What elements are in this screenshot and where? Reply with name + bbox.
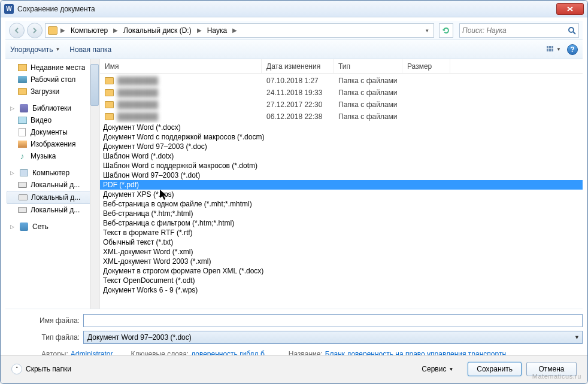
filetype-dropdown-list[interactable]: Документ Word (*.docx)Документ Word с по… [100,123,583,309]
filetype-option[interactable]: Документ XPS (*.xps) [100,190,583,199]
filetype-option[interactable]: Документ Word (*.docx) [100,123,583,132]
new-folder-button[interactable]: Новая папка [69,45,111,54]
sidebar-item-local-drive-selected[interactable]: Локальный д... [7,191,98,204]
table-row[interactable]: ████████ 06.12.2018 22:38 Папка с файлам… [100,111,583,123]
nav-back-button[interactable] [9,23,25,38]
expand-icon: ▷ [10,170,16,176]
music-icon: ♪ [17,152,27,160]
view-mode-button[interactable]: ▼ [547,46,561,53]
sidebar-scrollbar[interactable] [90,59,99,309]
sidebar-item-computer[interactable]: ▷Компьютер [7,167,98,179]
chevron-up-icon: ˄ [11,364,22,374]
sidebar-item-documents[interactable]: Документы [7,126,98,138]
sidebar-item-images[interactable]: Изображения [7,138,98,150]
breadcrumb-sep: ▶ [59,27,67,33]
col-type[interactable]: Тип [334,59,402,73]
filetype-option[interactable]: XML-документ Word (*.xml) [100,247,583,257]
sidebar-item-music[interactable]: ♪Музыка [7,150,98,162]
filetype-option[interactable]: XML-документ Word 2003 (*.xml) [100,257,583,266]
chevron-down-icon: ▼ [55,47,60,52]
filetype-combobox[interactable]: Документ Word 97–2003 (*.doc) ▼ [83,331,583,344]
nav-sidebar: Недавние места Рабочий стол Загрузки ▷Би… [5,59,100,309]
chevron-down-icon: ▼ [574,334,580,340]
arrow-right-icon [31,26,39,35]
filetype-option[interactable]: Шаблон Word 97–2003 (*.dot) [100,170,583,180]
filetype-option[interactable]: Веб-страница (*.htm;*.html) [100,209,583,218]
close-button[interactable] [556,3,584,15]
toolbar: Упорядочить ▼ Новая папка ▼ ? [5,40,583,59]
sidebar-item-libraries[interactable]: ▷Библиотеки [7,102,98,114]
filetype-option[interactable]: PDF (*.pdf) [100,180,583,190]
search-icon [568,26,576,35]
column-headers: Имя Дата изменения Тип Размер [100,59,583,74]
filename-row: Имя файла: [5,314,583,327]
svg-marker-4 [160,190,166,200]
folder-icon [105,113,114,120]
sidebar-item-videos[interactable]: Видео [7,114,98,126]
save-dialog-window: W Сохранение документа ▶ Компьютер ▶ Лок… [0,0,588,384]
mouse-cursor [160,190,168,202]
table-row[interactable]: ████████ 07.10.2018 1:27 Папка с файлами [100,75,583,87]
filetype-option[interactable]: Веб-страница в одном файле (*.mht;*.mhtm… [100,199,583,209]
filename-label: Имя файла: [5,316,83,325]
search-input[interactable] [462,26,568,35]
table-row[interactable]: ████████ 27.12.2017 22:30 Папка с файлам… [100,99,583,111]
explorer-body: Недавние места Рабочий стол Загрузки ▷Би… [5,59,583,309]
window-title: Сохранение документа [17,5,95,13]
breadcrumb-drive[interactable]: Локальный диск (D:) [121,25,194,36]
sidebar-item-network[interactable]: ▷Сеть [7,221,98,233]
filename-input[interactable] [83,314,583,327]
breadcrumb-dropdown-icon[interactable]: ▾ [426,28,431,33]
filetype-option[interactable]: Текст OpenDocument (*.odt) [100,276,583,285]
filetype-label: Тип файла: [5,333,83,342]
hide-folders-button[interactable]: ˄ Скрыть папки [11,364,71,374]
filetype-option[interactable]: Обычный текст (*.txt) [100,237,583,247]
search-box[interactable] [459,23,579,38]
folder-icon [105,89,114,96]
folder-icon [105,77,114,84]
grid-icon [547,46,555,53]
word-app-icon: W [4,4,14,14]
filetype-value: Документ Word 97–2003 (*.doc) [87,333,192,342]
refresh-button[interactable] [439,23,453,38]
nav-forward-button[interactable] [27,23,43,38]
filetype-option[interactable]: Документ в строгом формате Open XML (*.d… [100,266,583,276]
breadcrumb-computer[interactable]: Компьютер [68,25,110,36]
col-size[interactable]: Размер [402,59,450,73]
watermark: Matematicus.ru [532,373,581,380]
close-icon [566,6,574,12]
chevron-down-icon: ▼ [448,367,453,372]
table-row[interactable]: ████████ 24.11.2018 19:33 Папка с файлам… [100,87,583,99]
sidebar-item-desktop[interactable]: Рабочий стол [7,74,98,86]
folder-icon [48,26,57,35]
filetype-option[interactable]: Документ Works 6 - 9 (*.wps) [100,285,583,295]
filetype-option[interactable]: Документ Word 97–2003 (*.doc) [100,142,583,151]
save-button[interactable]: Сохранить [468,362,522,376]
filetype-option[interactable]: Текст в формате RTF (*.rtf) [100,228,583,237]
filetype-option[interactable]: Шаблон Word (*.dotx) [100,151,583,161]
address-bar: ▶ Компьютер ▶ Локальный диск (D:) ▶ Наук… [5,21,583,40]
filetype-option[interactable]: Документ Word с поддержкой макросов (*.d… [100,132,583,142]
dialog-footer: ˄ Скрыть папки Сервис ▼ Сохранить Отмена… [1,355,587,383]
arrow-left-icon [13,26,21,35]
col-date[interactable]: Дата изменения [262,59,334,73]
organize-menu[interactable]: Упорядочить ▼ [10,45,60,54]
filetype-option[interactable]: Веб-страница с фильтром (*.htm;*.html) [100,218,583,228]
sidebar-item-recent[interactable]: Недавние места [7,62,98,74]
col-name[interactable]: Имя [100,59,262,73]
expand-icon: ▷ [10,224,16,230]
expand-icon: ▷ [10,105,16,111]
svg-point-2 [569,28,574,32]
filetype-option[interactable]: Шаблон Word с поддержкой макросов (*.dot… [100,161,583,170]
scrollbar-thumb[interactable] [90,64,99,106]
breadcrumb[interactable]: ▶ Компьютер ▶ Локальный диск (D:) ▶ Наук… [45,23,434,38]
sidebar-item-local-drive[interactable]: Локальный д... [7,204,98,216]
breadcrumb-folder[interactable]: Наука [205,25,229,36]
sidebar-item-local-drive[interactable]: Локальный д... [7,179,98,191]
help-button[interactable]: ? [567,44,578,55]
sidebar-item-downloads[interactable]: Загрузки [7,86,98,97]
tools-menu[interactable]: Сервис ▼ [422,365,453,373]
chevron-down-icon: ▼ [556,47,561,52]
folder-icon [105,101,114,108]
filetype-row: Тип файла: Документ Word 97–2003 (*.doc)… [5,331,583,344]
